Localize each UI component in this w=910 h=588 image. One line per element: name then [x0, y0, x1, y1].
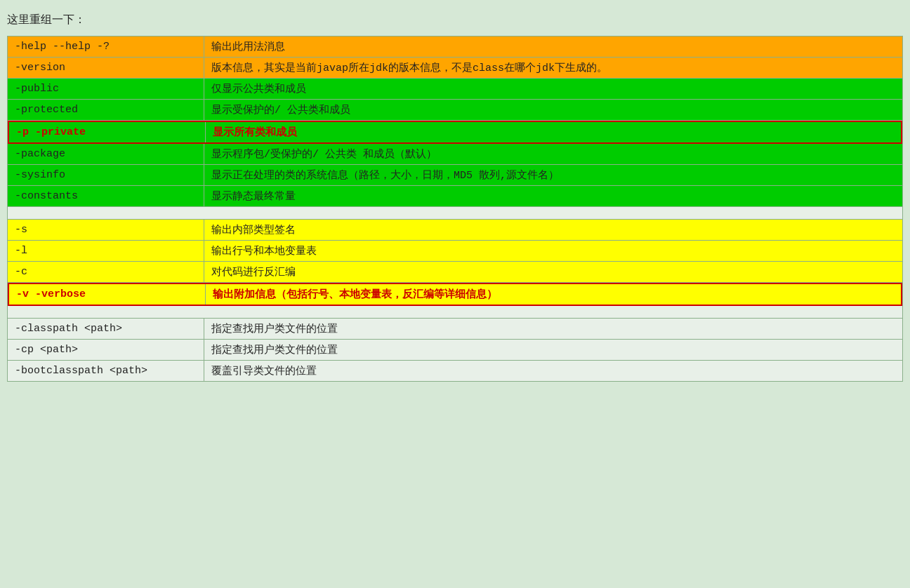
desc-cell: 指定查找用户类文件的位置 — [204, 319, 902, 339]
desc-cell: 输出附加信息（包括行号、本地变量表，反汇编等详细信息） — [206, 284, 901, 305]
desc-cell: 输出内部类型签名 — [204, 220, 902, 240]
cmd-cell: -s — [8, 220, 204, 240]
desc-cell: 显示静态最终常量 — [204, 186, 902, 206]
cmd-cell: -l — [8, 241, 204, 261]
cmd-cell: -public — [8, 79, 204, 99]
desc-cell: 输出此用法消息 — [204, 36, 902, 57]
table-row: -cp <path>指定查找用户类文件的位置 — [8, 340, 902, 361]
table-row: -constants显示静态最终常量 — [8, 186, 902, 207]
desc-cell: 显示所有类和成员 — [206, 122, 901, 142]
desc-cell: 显示程序包/受保护的/ 公共类 和成员（默认） — [204, 144, 902, 164]
table-row: -s输出内部类型签名 — [8, 220, 902, 241]
table-row: -public仅显示公共类和成员 — [8, 79, 902, 100]
table-row: -version版本信息，其实是当前javap所在jdk的版本信息，不是clas… — [8, 58, 902, 79]
cmd-cell: -protected — [8, 100, 204, 120]
spacer-row — [8, 207, 902, 220]
cmd-cell: -package — [8, 144, 204, 164]
cmd-cell: -bootclasspath <path> — [8, 361, 204, 381]
cmd-cell: -version — [8, 58, 204, 78]
cmd-cell: -cp <path> — [8, 340, 204, 360]
table-row: -protected显示受保护的/ 公共类和成员 — [8, 100, 902, 121]
cmd-cell: -constants — [8, 186, 204, 206]
desc-cell: 版本信息，其实是当前javap所在jdk的版本信息，不是class在哪个jdk下… — [204, 58, 902, 78]
desc-cell: 显示正在处理的类的系统信息（路径，大小，日期，MD5 散列,源文件名） — [204, 165, 902, 185]
table-row: -help --help -?输出此用法消息 — [8, 36, 902, 58]
desc-cell: 指定查找用户类文件的位置 — [204, 340, 902, 360]
desc-cell: 覆盖引导类文件的位置 — [204, 361, 902, 381]
table-row: -sysinfo显示正在处理的类的系统信息（路径，大小，日期，MD5 散列,源文… — [8, 165, 902, 186]
table-row: -package显示程序包/受保护的/ 公共类 和成员（默认） — [8, 144, 902, 165]
page-title: 这里重组一下： — [7, 13, 903, 27]
table-row: -l输出行号和本地变量表 — [8, 241, 902, 262]
table-row: -bootclasspath <path>覆盖引导类文件的位置 — [8, 361, 902, 381]
cmd-cell: -classpath <path> — [8, 319, 204, 339]
desc-cell: 显示受保护的/ 公共类和成员 — [204, 100, 902, 120]
cmd-cell: -p -private — [9, 122, 206, 142]
spacer-row — [8, 306, 902, 319]
cmd-cell: -c — [8, 262, 204, 282]
desc-cell: 仅显示公共类和成员 — [204, 79, 902, 99]
table-row: -c对代码进行反汇编 — [8, 262, 902, 283]
desc-cell: 输出行号和本地变量表 — [204, 241, 902, 261]
table-row: -v -verbose输出附加信息（包括行号、本地变量表，反汇编等详细信息） — [8, 283, 902, 306]
table-row: -classpath <path>指定查找用户类文件的位置 — [8, 319, 902, 340]
cmd-cell: -help --help -? — [8, 36, 204, 57]
cmd-cell: -v -verbose — [9, 284, 206, 305]
cmd-cell: -sysinfo — [8, 165, 204, 185]
desc-cell: 对代码进行反汇编 — [204, 262, 902, 282]
table-row: -p -private显示所有类和成员 — [8, 121, 902, 144]
main-table: -help --help -?输出此用法消息-version版本信息，其实是当前… — [7, 36, 903, 382]
